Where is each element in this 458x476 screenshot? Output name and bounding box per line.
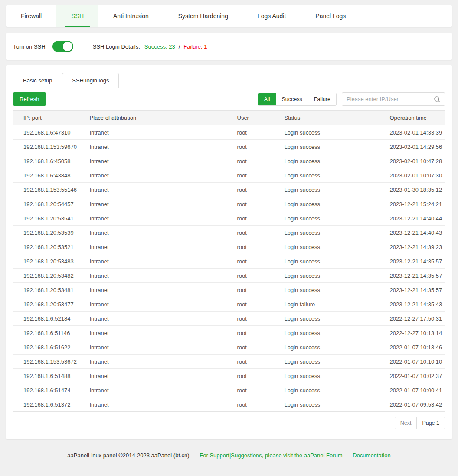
place-cell: Intranet (90, 355, 237, 369)
time-cell: 2023-02-01 10:07:30 (390, 168, 445, 183)
time-cell: 2023-01-30 18:35:12 (390, 183, 445, 197)
time-cell: 2022-01-07 10:13:46 (390, 340, 445, 355)
time-cell: 2023-12-21 14:35:43 (390, 297, 445, 312)
subtab-label: SSH login logs (72, 77, 109, 84)
ip-port-cell: 192.168.1.20:53477 (13, 297, 90, 312)
col-header-place: Place of attribution (90, 111, 237, 125)
place-cell: Intranet (90, 340, 237, 355)
current-page-button[interactable]: Page 1 (416, 417, 445, 429)
user-cell: root (237, 383, 285, 397)
nav-tab-label: System Hardening (178, 13, 228, 20)
ssh-toggle-switch[interactable] (52, 41, 73, 52)
ip-port-cell: 192.168.1.20:53541 (13, 211, 90, 226)
nav-tab-panel-logs[interactable]: Panel Logs (301, 5, 360, 27)
status-cell: Login success (285, 211, 390, 226)
nav-tab-label: SSH (71, 13, 84, 20)
ip-port-cell: 192.168.1.20:53539 (13, 226, 90, 240)
user-cell: root (237, 269, 285, 283)
nav-tab-anti-intrusion[interactable]: Anti Intrusion (98, 5, 164, 27)
status-cell: Login success (285, 312, 390, 326)
table-row: 192.168.1.6:51146 Intranet root Login su… (13, 326, 445, 340)
status-cell: Login success (285, 168, 390, 183)
status-cell: Login success (285, 355, 390, 369)
filter-all[interactable]: All (258, 93, 276, 105)
ssh-failure-count: Failure: 1 (183, 43, 207, 50)
user-cell: root (237, 312, 285, 326)
status-cell: Login success (285, 397, 390, 412)
refresh-button[interactable]: Refresh (13, 92, 46, 106)
ssh-login-details-label: SSH Login Details: (93, 43, 140, 50)
nav-tab-firewall[interactable]: Firewall (6, 5, 56, 27)
next-page-button[interactable]: Next (395, 417, 417, 429)
table-row: 192.168.1.20:53541 Intranet root Login s… (13, 211, 445, 226)
place-cell: Intranet (90, 326, 237, 340)
place-cell: Intranet (90, 183, 237, 197)
time-cell: 2023-12-21 14:40:43 (390, 226, 445, 240)
status-cell: Login success (285, 183, 390, 197)
count-separator: / (179, 43, 180, 50)
table-row: 192.168.1.153:53672 Intranet root Login … (13, 355, 445, 369)
forum-link[interactable]: For Support|Suggestions, please visit th… (200, 452, 342, 459)
table-row: 192.168.1.20:53477 Intranet root Login f… (13, 297, 445, 312)
nav-tab-logs-audit[interactable]: Logs Audit (243, 5, 301, 27)
table-row: 192.168.1.6:47310 Intranet root Login su… (13, 125, 445, 140)
documentation-link[interactable]: Documentation (353, 452, 390, 459)
tab-basic-setup[interactable]: Basic setup (13, 73, 62, 88)
table-header-row: IP: port Place of attribution User Statu… (13, 111, 445, 125)
search-input[interactable] (342, 96, 434, 102)
ssh-login-logs-table: IP: port Place of attribution User Statu… (13, 110, 445, 412)
user-cell: root (237, 154, 285, 168)
copyright-text: aaPanelLinux panel ©2014-2023 aaPanel (b… (67, 452, 189, 459)
user-cell: root (237, 326, 285, 340)
status-cell: Login success (285, 125, 390, 140)
ip-port-cell: 192.168.1.20:53483 (13, 254, 90, 269)
time-cell: 2022-12-27 10:13:14 (390, 326, 445, 340)
table-row: 192.168.1.6:52184 Intranet root Login su… (13, 312, 445, 326)
table-row: 192.168.1.20:53521 Intranet root Login s… (13, 240, 445, 254)
status-cell: Login success (285, 140, 390, 154)
user-cell: root (237, 140, 285, 154)
status-cell: Login success (285, 254, 390, 269)
user-cell: root (237, 283, 285, 297)
search-icon[interactable] (434, 96, 441, 103)
ip-port-cell: 192.168.1.6:45058 (13, 154, 90, 168)
filter-success[interactable]: Success (276, 93, 308, 105)
filter-failure[interactable]: Failure (308, 93, 336, 105)
table-row: 192.168.1.6:51474 Intranet root Login su… (13, 383, 445, 397)
nav-tab-label: Panel Logs (315, 13, 346, 20)
ssh-subtabs: Basic setup SSH login logs (13, 73, 445, 88)
ip-port-cell: 192.168.1.6:51372 (13, 397, 90, 412)
place-cell: Intranet (90, 369, 237, 383)
time-cell: 2022-01-07 09:53:42 (390, 397, 445, 412)
ssh-logs-panel: Basic setup SSH login logs Refresh AllSu… (6, 65, 452, 439)
user-cell: root (237, 197, 285, 211)
place-cell: Intranet (90, 211, 237, 226)
place-cell: Intranet (90, 312, 237, 326)
place-cell: Intranet (90, 240, 237, 254)
status-cell: Login success (285, 240, 390, 254)
ssh-toggle-label: Turn on SSH (13, 43, 46, 50)
user-cell: root (237, 355, 285, 369)
ip-port-cell: 192.168.1.20:53481 (13, 283, 90, 297)
search-box (342, 92, 445, 106)
nav-tab-ssh[interactable]: SSH (56, 5, 98, 27)
status-cell: Login success (285, 383, 390, 397)
status-cell: Login success (285, 340, 390, 355)
status-cell: Login failure (285, 297, 390, 312)
table-row: 192.168.1.6:51488 Intranet root Login su… (13, 369, 445, 383)
user-cell: root (237, 397, 285, 412)
tab-ssh-login-logs[interactable]: SSH login logs (62, 73, 119, 88)
time-cell: 2023-02-01 14:33:39 (390, 125, 445, 140)
time-cell: 2023-02-01 14:29:56 (390, 140, 445, 154)
time-cell: 2023-12-21 15:24:21 (390, 197, 445, 211)
pagination: Next Page 1 (13, 417, 445, 429)
place-cell: Intranet (90, 154, 237, 168)
table-row: 192.168.1.20:53483 Intranet root Login s… (13, 254, 445, 269)
user-cell: root (237, 340, 285, 355)
page-footer: aaPanelLinux panel ©2014-2023 aaPanel (b… (0, 439, 458, 467)
table-row: 192.168.1.6:45058 Intranet root Login su… (13, 154, 445, 168)
nav-tab-label: Logs Audit (258, 13, 286, 20)
nav-tab-system-hardening[interactable]: System Hardening (164, 5, 243, 27)
place-cell: Intranet (90, 269, 237, 283)
col-header-status: Status (285, 111, 390, 125)
